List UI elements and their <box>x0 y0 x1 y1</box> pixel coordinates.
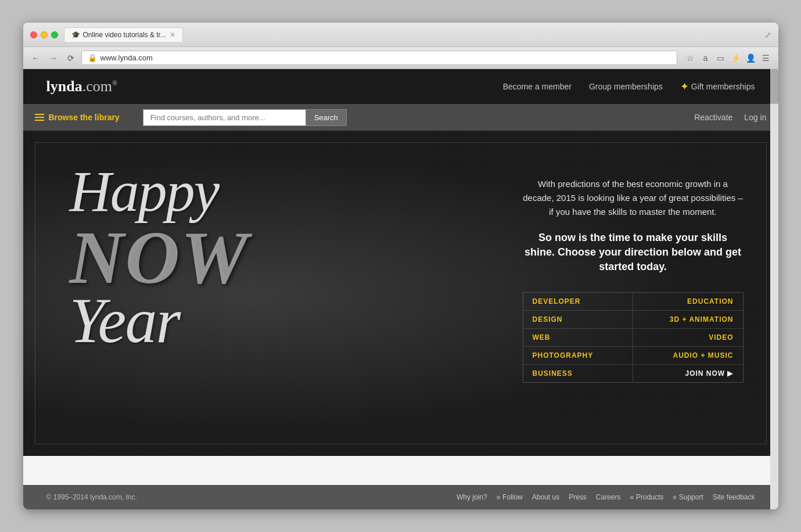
reactivate-link[interactable]: Reactivate <box>694 113 732 122</box>
forward-button[interactable]: → <box>46 51 60 65</box>
direction-education[interactable]: EDUCATION <box>633 293 743 311</box>
secondary-nav: Browse the library Search Reactivate Log… <box>23 104 778 131</box>
search-form: Search <box>143 109 347 126</box>
group-memberships-link[interactable]: Group memberships <box>589 82 663 91</box>
hero-right-content: With predictions of the best economic gr… <box>523 177 743 383</box>
browser-actions: ☆ a ▭ ⚡ 👤 ☰ <box>684 52 773 64</box>
logo-lynda: lynda <box>46 78 82 95</box>
footer-products[interactable]: ≡Products <box>630 493 664 501</box>
menu-icon[interactable]: ☰ <box>760 52 773 64</box>
expand-icon[interactable]: ⤢ <box>764 30 771 39</box>
hero-text-left: Happy NOW Year <box>70 160 372 356</box>
back-button[interactable]: ← <box>29 51 43 65</box>
profile-icon[interactable]: 👤 <box>745 52 757 64</box>
footer-links: Why join? ≡Follow About us Press Careers… <box>457 493 755 501</box>
tab-close-icon[interactable]: ✕ <box>170 31 175 39</box>
website: lynda .com® Become a member Group member… <box>23 69 778 509</box>
top-nav-links: Become a member Group memberships ✦ Gift… <box>503 80 755 93</box>
direction-row-4: PHOTOGRAPHY AUDIO + MUSIC <box>523 347 743 365</box>
footer-follow[interactable]: ≡Follow <box>497 493 523 501</box>
direction-row-3: WEB VIDEO <box>523 329 743 347</box>
happy-new-year-text: Happy NOW Year <box>70 160 372 356</box>
direction-row-1: DEVELOPER EDUCATION <box>523 293 743 311</box>
hero-description: With predictions of the best economic gr… <box>523 177 743 219</box>
gift-memberships-link[interactable]: ✦ Gift memberships <box>680 80 755 93</box>
maximize-button[interactable] <box>51 31 58 38</box>
gift-memberships-label: Gift memberships <box>691 82 755 91</box>
search-button[interactable]: Search <box>306 109 347 126</box>
footer-support[interactable]: ≡Support <box>673 493 703 501</box>
footer-site-feedback[interactable]: Site feedback <box>713 493 755 501</box>
footer-why-join[interactable]: Why join? <box>457 493 487 501</box>
bookmark-icon[interactable]: ☆ <box>684 52 697 64</box>
direction-join-now[interactable]: JOIN NOW ▶ <box>633 365 743 382</box>
tab-title: Online video tutorials & tr... <box>83 31 166 39</box>
browser-tab[interactable]: 🎓 Online video tutorials & tr... ✕ <box>64 27 183 42</box>
follow-icon: ≡ <box>497 494 500 501</box>
footer-copyright: © 1995–2014 lynda.com, Inc. <box>46 493 137 501</box>
top-nav: lynda .com® Become a member Group member… <box>23 69 778 104</box>
footer-about-us[interactable]: About us <box>532 493 559 501</box>
now-text: NOW <box>70 224 372 292</box>
footer-careers[interactable]: Careers <box>596 493 621 501</box>
minimize-button[interactable] <box>41 31 48 38</box>
direction-web[interactable]: WEB <box>523 329 633 347</box>
become-member-link[interactable]: Become a member <box>503 82 572 91</box>
extensions-icon[interactable]: ⚡ <box>730 52 742 64</box>
amazon-icon[interactable]: a <box>699 52 712 64</box>
direction-row-5: BUSINESS JOIN NOW ▶ <box>523 365 743 382</box>
website-wrapper: lynda .com® Become a member Group member… <box>23 69 778 509</box>
products-icon: ≡ <box>630 494 634 501</box>
spacer <box>23 456 778 485</box>
tab-favicon: 🎓 <box>71 31 80 39</box>
hero-cta: So now is the time to make your skills s… <box>523 231 743 275</box>
direction-table: DEVELOPER EDUCATION DESIGN 3D + ANIMATIO… <box>523 292 743 383</box>
close-button[interactable] <box>30 31 37 38</box>
browse-library-label: Browse the library <box>49 113 120 122</box>
logo[interactable]: lynda .com® <box>46 78 118 95</box>
footer-press[interactable]: Press <box>569 493 587 501</box>
support-icon: ≡ <box>673 494 676 501</box>
footer: © 1995–2014 lynda.com, Inc. Why join? ≡F… <box>23 485 778 509</box>
scrollbar-thumb[interactable] <box>770 69 778 104</box>
browser-window: 🎓 Online video tutorials & tr... ✕ ⤢ ← →… <box>23 23 778 509</box>
browser-titlebar: 🎓 Online video tutorials & tr... ✕ ⤢ <box>23 23 778 47</box>
happy-text: Happy <box>70 160 372 224</box>
gift-star-icon: ✦ <box>680 80 689 93</box>
direction-audio-music[interactable]: AUDIO + MUSIC <box>633 347 743 365</box>
browse-library-button[interactable]: Browse the library <box>35 113 120 122</box>
url-text[interactable]: www.lynda.com <box>100 53 153 62</box>
lock-icon: 🔒 <box>88 53 97 62</box>
logo-dotcom: .com® <box>82 78 117 95</box>
window-controls <box>30 31 58 38</box>
cast-icon[interactable]: ▭ <box>714 52 727 64</box>
secondary-nav-right: Reactivate Log in <box>694 113 766 122</box>
hero-section: Happy NOW Year With predictions of the b… <box>23 131 778 456</box>
direction-video[interactable]: VIDEO <box>633 329 743 347</box>
reload-button[interactable]: ⟳ <box>64 51 78 65</box>
search-input[interactable] <box>143 109 306 126</box>
login-link[interactable]: Log in <box>744 113 766 122</box>
hamburger-icon <box>35 114 44 121</box>
direction-developer[interactable]: DEVELOPER <box>523 293 633 311</box>
direction-row-2: DESIGN 3D + ANIMATION <box>523 311 743 329</box>
browser-toolbar: ← → ⟳ 🔒 www.lynda.com ☆ a ▭ ⚡ 👤 ☰ <box>23 47 778 69</box>
direction-3d-animation[interactable]: 3D + ANIMATION <box>633 311 743 329</box>
direction-photography[interactable]: PHOTOGRAPHY <box>523 347 633 365</box>
address-bar[interactable]: 🔒 www.lynda.com <box>81 51 677 65</box>
direction-design[interactable]: DESIGN <box>523 311 633 329</box>
direction-business[interactable]: BUSINESS <box>523 365 633 382</box>
scrollbar[interactable] <box>770 69 778 509</box>
